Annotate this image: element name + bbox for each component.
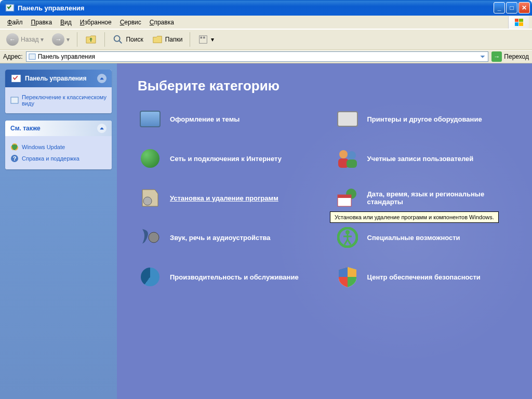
search-button[interactable]: Поиск xyxy=(109,32,146,47)
address-input[interactable]: Панель управления ⏷ xyxy=(26,51,489,62)
menu-tools[interactable]: Сервис xyxy=(116,18,145,27)
views-button[interactable]: ▾ xyxy=(194,32,217,47)
category-sound[interactable]: Звук, речь и аудиоустройства xyxy=(138,225,314,250)
minimize-button[interactable]: _ xyxy=(494,2,505,14)
add-remove-label: Установка и удаление программ xyxy=(170,194,278,202)
panel2-body: Windows Update ? Справка и поддержка xyxy=(5,136,112,169)
category-network[interactable]: Сеть и подключения к Интернету xyxy=(138,146,314,171)
task-panel-control-panel: Панель управления ⏶ Переключение к класс… xyxy=(5,70,112,113)
forward-arrow-icon: → xyxy=(52,33,64,46)
svg-point-20 xyxy=(149,232,159,243)
back-arrow-icon: ← xyxy=(6,33,19,46)
address-value: Панель управления xyxy=(38,53,478,60)
switch-view-label: Переключение к классическому виду xyxy=(22,94,107,107)
menubar: Файл Правка Вид Избранное Сервис Справка xyxy=(0,16,532,29)
date-region-icon xyxy=(335,185,360,210)
menu-view[interactable]: Вид xyxy=(56,18,76,27)
svg-point-22 xyxy=(345,230,350,234)
switch-classic-view-link[interactable]: Переключение к классическому виду xyxy=(10,92,107,108)
forward-dropdown-icon: ▾ xyxy=(66,36,70,43)
address-dropdown-icon[interactable]: ⏷ xyxy=(480,53,486,60)
content-area: Панель управления ⏶ Переключение к класс… xyxy=(0,63,532,399)
appearance-icon xyxy=(138,107,163,131)
svg-rect-19 xyxy=(338,195,351,198)
window-title: Панель управления xyxy=(18,4,494,12)
category-performance[interactable]: Производительность и обслуживание xyxy=(138,264,314,289)
svg-rect-15 xyxy=(347,159,357,168)
date-region-label: Дата, время, язык и региональные стандар… xyxy=(367,190,512,206)
menu-help[interactable]: Справка xyxy=(145,18,178,27)
category-accessibility[interactable]: Специальные возможности xyxy=(335,225,512,250)
performance-icon xyxy=(138,264,163,289)
toolbar-separator xyxy=(77,32,77,47)
back-button[interactable]: ← Назад ▾ xyxy=(3,31,47,48)
svg-point-1 xyxy=(114,36,120,42)
go-label: Переход xyxy=(504,53,529,60)
svg-point-16 xyxy=(143,197,152,205)
panel2-title: См. также xyxy=(10,125,41,132)
forward-button[interactable]: → ▾ xyxy=(49,31,73,48)
windows-update-label: Windows Update xyxy=(22,144,65,150)
back-dropdown-icon: ▾ xyxy=(41,36,44,43)
category-printers[interactable]: Принтеры и другое оборудование xyxy=(335,107,512,131)
search-icon xyxy=(112,34,124,45)
maximize-button[interactable]: □ xyxy=(506,2,517,14)
addressbar: Адрес: Панель управления ⏷ → Переход xyxy=(0,50,532,63)
control-panel-icon xyxy=(29,53,36,60)
collapse-icon[interactable]: ⏶ xyxy=(97,124,107,133)
titlebar: Панель управления _ □ ✕ xyxy=(0,0,532,16)
windows-update-icon xyxy=(10,143,19,151)
category-add-remove-programs[interactable]: Установка и удаление программ xyxy=(138,185,314,210)
toolbar-separator xyxy=(190,32,190,47)
back-label: Назад xyxy=(21,36,38,43)
network-label: Сеть и подключения к Интернету xyxy=(170,155,282,163)
panel1-title: Панель управления xyxy=(25,75,86,82)
menu-edit[interactable]: Правка xyxy=(27,18,57,27)
folder-up-icon xyxy=(85,33,97,46)
svg-rect-7 xyxy=(11,97,18,103)
users-icon xyxy=(335,146,360,171)
svg-point-13 xyxy=(348,151,356,159)
control-panel-large-icon xyxy=(10,73,22,84)
folders-button[interactable]: Папки xyxy=(149,32,186,47)
category-appearance[interactable]: Оформление и темы xyxy=(138,107,314,131)
help-support-link[interactable]: ? Справка и поддержка xyxy=(10,153,107,164)
help-support-label: Справка и поддержка xyxy=(22,155,79,162)
task-panel-see-also: См. также ⏶ Windows Update ? Справка и п… xyxy=(5,121,112,169)
svg-rect-5 xyxy=(29,54,35,60)
category-grid: Оформление и темы Принтеры и другое обор… xyxy=(138,107,511,289)
toolbar-separator xyxy=(104,32,105,47)
accessibility-label: Специальные возможности xyxy=(367,234,460,242)
add-remove-icon xyxy=(138,185,163,210)
search-label: Поиск xyxy=(126,36,143,43)
category-users[interactable]: Учетные записи пользователей xyxy=(335,146,512,171)
task-header-control-panel[interactable]: Панель управления ⏶ xyxy=(5,70,112,87)
security-icon xyxy=(335,264,360,289)
menu-file[interactable]: Файл xyxy=(3,18,27,27)
network-icon xyxy=(138,146,163,171)
go-button[interactable]: → Переход xyxy=(491,51,529,62)
performance-label: Производительность и обслуживание xyxy=(170,273,299,281)
svg-rect-3 xyxy=(201,37,203,39)
menu-favorites[interactable]: Избранное xyxy=(76,18,116,27)
views-dropdown-icon: ▾ xyxy=(211,36,214,43)
control-panel-icon xyxy=(5,3,15,12)
main-panel: Выберите категорию Оформление и темы При… xyxy=(117,63,532,399)
svg-text:?: ? xyxy=(13,155,17,162)
printers-label: Принтеры и другое оборудование xyxy=(367,115,482,123)
go-arrow-icon: → xyxy=(491,51,502,62)
appearance-label: Оформление и темы xyxy=(170,115,240,123)
windows-update-link[interactable]: Windows Update xyxy=(10,141,107,153)
toolbar: ← Назад ▾ → ▾ Поиск Папки ▾ xyxy=(0,29,532,50)
users-label: Учетные записи пользователей xyxy=(367,155,474,163)
up-button[interactable] xyxy=(82,31,100,48)
category-security[interactable]: Центр обеспечения безопасности xyxy=(335,264,512,289)
accessibility-icon xyxy=(335,225,360,250)
collapse-icon[interactable]: ⏶ xyxy=(97,74,107,83)
sound-icon xyxy=(138,225,163,250)
category-date-region[interactable]: Дата, время, язык и региональные стандар… xyxy=(335,185,512,210)
window-controls: _ □ ✕ xyxy=(494,2,530,14)
printers-icon xyxy=(335,107,360,131)
close-button[interactable]: ✕ xyxy=(518,2,530,14)
task-header-see-also[interactable]: См. также ⏶ xyxy=(5,121,112,136)
